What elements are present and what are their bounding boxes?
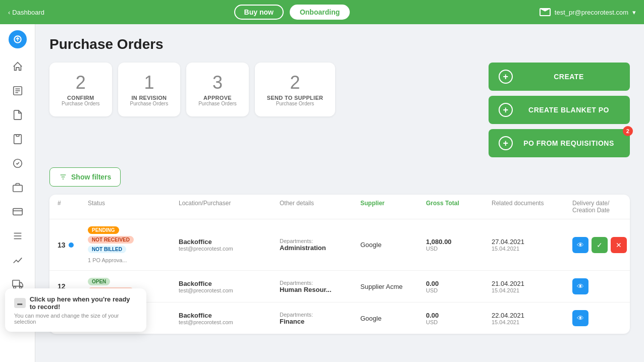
stat-sublabel: Purchase Orders bbox=[267, 101, 324, 106]
action-label: CREATE BLANKET PO bbox=[518, 106, 620, 114]
view-button[interactable]: 👁 bbox=[572, 237, 588, 253]
col-status: Status bbox=[88, 200, 179, 214]
delivery-date: 22.04.2021 bbox=[492, 312, 572, 319]
stat-label: IN REVISION bbox=[130, 95, 169, 101]
total-amount: 1,080.00 bbox=[426, 238, 492, 246]
stat-card-0[interactable]: 2 CONFIRM Purchase Orders bbox=[49, 63, 112, 116]
purchaser-name: Backoffice bbox=[179, 238, 280, 246]
plus-icon: + bbox=[499, 136, 513, 150]
stats-actions-row: 2 CONFIRM Purchase Orders 1 IN REVISION … bbox=[49, 63, 630, 157]
dept-label: Departments: bbox=[280, 280, 360, 286]
total-amount: 0.00 bbox=[426, 280, 492, 287]
supplier-col: Supplier Acme bbox=[360, 283, 426, 290]
action-label: CREATE bbox=[518, 73, 620, 81]
stat-card-3[interactable]: 2 SEND TO SUPPLIER Purchase Orders bbox=[255, 63, 336, 116]
mail-icon bbox=[540, 8, 551, 16]
unread-dot bbox=[69, 243, 74, 248]
total-amount: 0.00 bbox=[426, 312, 492, 319]
date-col: 21.04.2021 15.04.2021 bbox=[492, 280, 572, 293]
chevron-left-icon: ‹ bbox=[8, 9, 10, 16]
plus-icon: + bbox=[499, 70, 513, 84]
col-gross-total: Gross Total bbox=[426, 200, 492, 214]
back-label: Dashboard bbox=[12, 9, 44, 16]
dept-name: Administration bbox=[280, 244, 360, 252]
sidebar-item-documents[interactable] bbox=[8, 105, 28, 125]
purchaser-email: test@precorotest.com bbox=[179, 246, 280, 252]
onboarding-button[interactable]: Onboarding bbox=[290, 5, 350, 20]
approve-button[interactable]: ✓ bbox=[592, 237, 608, 253]
dept-label: Departments: bbox=[280, 238, 360, 244]
purchaser-name: Backoffice bbox=[179, 312, 280, 319]
supplier-col: Google bbox=[360, 241, 426, 249]
sidebar-item-cards[interactable] bbox=[8, 202, 28, 222]
tooltip-sub: You can move and change the size of your… bbox=[14, 313, 137, 325]
total-currency: USD bbox=[426, 246, 492, 252]
total-currency: USD bbox=[426, 287, 492, 293]
tooltip-overlay: ▬ Click up here when you're ready to rec… bbox=[5, 288, 146, 332]
dept-name: Finance bbox=[280, 318, 360, 325]
purchaser-col: Backoffice test@precorotest.com bbox=[179, 312, 280, 325]
table-row: 13 PENDINGNOT RECEIVEDNOT BILLED 1 PO Ap… bbox=[49, 219, 630, 271]
status-badge: NOT BILLED bbox=[88, 246, 126, 253]
purchaser-col: Backoffice test@precorotest.com bbox=[179, 238, 280, 252]
sidebar-item-analytics[interactable] bbox=[8, 250, 28, 270]
purchaser-name: Backoffice bbox=[179, 280, 280, 287]
creation-date: 15.04.2021 bbox=[492, 319, 572, 325]
user-email: test_pr@precorotest.com bbox=[555, 9, 628, 16]
reject-button[interactable]: ✕ bbox=[611, 237, 627, 253]
total-col: 0.00 USD bbox=[426, 312, 492, 325]
sidebar-item-clipboard[interactable] bbox=[8, 129, 28, 149]
sidebar-item-home[interactable] bbox=[8, 56, 28, 77]
status-badge: PENDING bbox=[88, 226, 119, 234]
total-col: 0.00 USD bbox=[426, 280, 492, 293]
creation-date: 15.04.2021 bbox=[492, 246, 572, 252]
total-col: 1,080.00 USD bbox=[426, 238, 492, 252]
stat-number: 3 bbox=[198, 73, 237, 93]
total-currency: USD bbox=[426, 319, 492, 325]
sidebar-item-orders[interactable] bbox=[8, 81, 28, 101]
col-delivery-date: Delivery date/ Creation Date bbox=[572, 200, 630, 214]
filters-bar: Show filters bbox=[49, 167, 630, 187]
user-menu[interactable]: test_pr@precorotest.com ▾ bbox=[540, 8, 636, 16]
app-logo[interactable] bbox=[9, 30, 27, 48]
view-button[interactable]: 👁 bbox=[572, 310, 588, 326]
dept-col: Departments: Finance bbox=[280, 312, 360, 325]
svg-rect-6 bbox=[16, 135, 19, 137]
action-button-0[interactable]: + CREATE bbox=[489, 63, 630, 91]
stat-sublabel: Purchase Orders bbox=[62, 101, 100, 106]
sidebar-item-list[interactable] bbox=[8, 226, 28, 246]
stat-label: APPROVE bbox=[198, 95, 237, 101]
col-location: Location/Purchaser bbox=[179, 200, 280, 214]
back-to-dashboard[interactable]: ‹ Dashboard bbox=[8, 9, 44, 16]
svg-rect-8 bbox=[13, 185, 22, 192]
date-col: 22.04.2021 15.04.2021 bbox=[492, 312, 572, 325]
tooltip-icon: ▬ bbox=[14, 298, 26, 308]
tooltip-header: ▬ Click up here when you're ready to rec… bbox=[14, 295, 137, 311]
stat-sublabel: Purchase Orders bbox=[198, 101, 237, 106]
dept-name: Human Resour... bbox=[280, 286, 360, 293]
purchaser-email: test@precorotest.com bbox=[179, 287, 280, 293]
show-filters-button[interactable]: Show filters bbox=[49, 167, 121, 187]
buy-now-button[interactable]: Buy now bbox=[234, 5, 284, 20]
sidebar-item-check[interactable] bbox=[8, 153, 28, 173]
view-button[interactable]: 👁 bbox=[572, 278, 588, 294]
table-header: # Status Location/Purchaser Other detail… bbox=[49, 195, 630, 219]
plus-icon: + bbox=[499, 103, 513, 117]
stat-card-2[interactable]: 3 APPROVE Purchase Orders bbox=[186, 63, 249, 116]
actions-column: + CREATE + CREATE BLANKET PO + PO FROM R… bbox=[489, 63, 630, 157]
action-label: PO FROM REQUISITIONS bbox=[518, 139, 620, 147]
chevron-down-icon: ▾ bbox=[632, 9, 636, 16]
col-supplier: Supplier bbox=[360, 200, 426, 214]
page-title: Purchase Orders bbox=[49, 36, 630, 52]
action-button-1[interactable]: + CREATE BLANKET PO bbox=[489, 96, 630, 124]
dept-col: Departments: Human Resour... bbox=[280, 280, 360, 293]
action-button-2[interactable]: + PO FROM REQUISITIONS 2 bbox=[489, 129, 630, 157]
sidebar-item-inventory[interactable] bbox=[8, 177, 28, 198]
stat-card-1[interactable]: 1 IN REVISION Purchase Orders bbox=[118, 63, 181, 116]
stat-label: SEND TO SUPPLIER bbox=[267, 95, 324, 101]
delivery-date: 21.04.2021 bbox=[492, 280, 572, 287]
svg-rect-9 bbox=[13, 209, 22, 215]
badges-col: PENDINGNOT RECEIVEDNOT BILLED 1 PO Appro… bbox=[88, 226, 179, 263]
top-navigation: ‹ Dashboard Buy now Onboarding test_pr@p… bbox=[0, 0, 644, 24]
delivery-date: 27.04.2021 bbox=[492, 238, 572, 246]
